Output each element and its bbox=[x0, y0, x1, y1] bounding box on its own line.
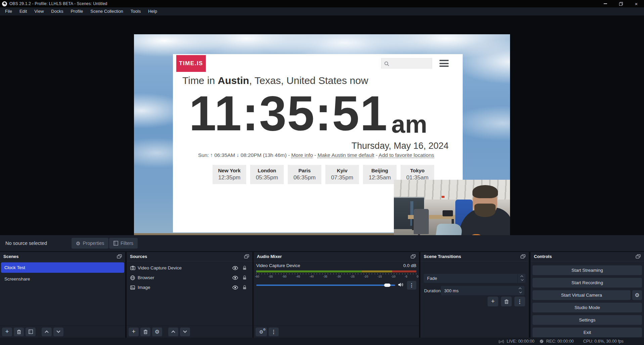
exit-button[interactable]: Exit bbox=[533, 328, 642, 337]
mixer-menu-button[interactable]: ⋮ bbox=[269, 328, 279, 336]
duration-spinbox[interactable]: 300 ms bbox=[441, 286, 524, 295]
transitions-body: Fade Duration 300 ms + ⋮ bbox=[420, 261, 529, 338]
meter-tick-labels: -60-55-50-45-40-35-30-25-20-15-10-50 bbox=[255, 275, 418, 278]
source-item-video-capture[interactable]: Video Capture Device bbox=[127, 263, 252, 273]
spin-up-icon[interactable] bbox=[519, 288, 521, 290]
make-default-link: Make Austin time default bbox=[318, 152, 374, 158]
studio-mode-button[interactable]: Studio Mode bbox=[533, 303, 642, 312]
add-favorite-link: Add to favorite locations bbox=[379, 152, 434, 158]
record-off-icon bbox=[539, 339, 544, 344]
sources-panel-header[interactable]: Sources bbox=[127, 252, 252, 261]
lock-icon[interactable] bbox=[240, 275, 249, 280]
menu-profile[interactable]: Profile bbox=[67, 7, 87, 15]
filters-button[interactable]: Filters bbox=[109, 238, 138, 249]
start-virtual-camera-button[interactable]: Start Virtual Camera bbox=[533, 290, 631, 300]
move-scene-down-button[interactable] bbox=[53, 328, 63, 336]
visibility-eye-icon[interactable] bbox=[230, 266, 240, 270]
menu-scene-collection[interactable]: Scene Collection bbox=[87, 7, 127, 15]
transition-select[interactable]: Fade bbox=[424, 274, 525, 283]
add-transition-button[interactable]: + bbox=[488, 297, 498, 306]
visibility-eye-icon[interactable] bbox=[230, 286, 240, 290]
close-button[interactable]: × bbox=[629, 0, 644, 7]
spin-down-icon[interactable] bbox=[519, 290, 522, 293]
popout-icon[interactable] bbox=[117, 254, 122, 259]
popout-icon[interactable] bbox=[411, 254, 416, 259]
rec-time: REC: 00:00:00 bbox=[546, 339, 574, 344]
transitions-title: Scene Transitions bbox=[424, 254, 461, 259]
add-source-button[interactable]: + bbox=[129, 328, 139, 336]
controls-body: Start Streaming Start Recording Start Vi… bbox=[531, 261, 644, 338]
source-toolbar: No source selected ⚙ Properties Filters bbox=[0, 235, 644, 251]
visibility-eye-icon[interactable] bbox=[230, 276, 240, 280]
add-scene-button[interactable]: + bbox=[2, 328, 12, 336]
timeis-clock: 11:35:51 am bbox=[189, 89, 427, 138]
volume-slider-handle[interactable] bbox=[384, 284, 390, 287]
title-bar[interactable]: OBS 29.1.2 - Profile: LLHLS BETA - Scene… bbox=[0, 0, 644, 7]
controls-header[interactable]: Controls bbox=[531, 252, 644, 261]
controls-title: Controls bbox=[534, 254, 552, 259]
move-scene-up-button[interactable] bbox=[42, 328, 52, 336]
timeis-sun-line: Sun: ↑ 06:35AM ↓ 08:20PM (13h 46m) - Mor… bbox=[180, 152, 453, 158]
virtual-camera-config-button[interactable]: ⚙ bbox=[632, 290, 642, 300]
close-icon: × bbox=[635, 1, 638, 6]
settings-button[interactable]: Settings bbox=[533, 315, 642, 325]
menu-file[interactable]: File bbox=[1, 7, 16, 15]
chevron-up-icon bbox=[520, 275, 523, 278]
source-properties-button[interactable]: ⚙ bbox=[152, 328, 162, 336]
remove-transition-button[interactable] bbox=[501, 297, 512, 306]
remove-scene-button[interactable] bbox=[14, 328, 24, 336]
speaker-mute-button[interactable] bbox=[398, 282, 404, 289]
timeis-logo: TIME.IS bbox=[176, 55, 206, 72]
volume-slider[interactable] bbox=[256, 281, 395, 290]
advanced-audio-button[interactable]: ⚙ bbox=[256, 328, 267, 336]
webcam-office-chair bbox=[414, 209, 429, 234]
timeis-heading: Time in Austin, Texas, United States now bbox=[182, 75, 368, 86]
scene-item-screenshare[interactable]: Screenshare bbox=[1, 274, 124, 284]
restore-button[interactable] bbox=[613, 0, 629, 7]
webcam-person-hair bbox=[472, 185, 498, 199]
source-item-browser[interactable]: Browser bbox=[127, 273, 252, 283]
move-source-down-button[interactable] bbox=[180, 328, 190, 336]
menu-tools[interactable]: Tools bbox=[127, 7, 144, 15]
audio-mixer-title: Audio Mixer bbox=[257, 254, 282, 259]
camera-icon bbox=[130, 266, 138, 270]
scene-filters-button[interactable] bbox=[26, 328, 36, 336]
filter-icon bbox=[29, 330, 33, 334]
transition-menu-button[interactable]: ⋮ bbox=[514, 297, 525, 306]
webcam-bag bbox=[443, 210, 453, 216]
menu-view[interactable]: View bbox=[31, 7, 47, 15]
volume-slider-track[interactable] bbox=[256, 285, 395, 286]
source-item-image[interactable]: Image bbox=[127, 283, 252, 292]
scenes-panel-header[interactable]: Scenes bbox=[0, 252, 125, 261]
chevron-up-icon bbox=[171, 330, 175, 334]
gear-icon: ⚙ bbox=[155, 329, 159, 335]
kebab-menu-icon: ⋮ bbox=[271, 329, 276, 335]
popout-icon[interactable] bbox=[636, 254, 641, 259]
chevron-down-icon bbox=[56, 329, 60, 333]
source-status-text: No source selected bbox=[5, 241, 47, 246]
chevron-down-icon bbox=[183, 329, 187, 333]
menu-edit[interactable]: Edit bbox=[16, 7, 31, 15]
audio-mixer-panel: Audio Mixer Video Capture Device 0.0 dB … bbox=[254, 252, 419, 338]
scenes-toolbar: + bbox=[0, 326, 125, 338]
start-recording-button[interactable]: Start Recording bbox=[533, 278, 642, 288]
scene-item-clock-test[interactable]: Clock Test bbox=[1, 262, 124, 273]
mixer-channel-menu-button[interactable]: ⋮ bbox=[407, 281, 416, 290]
minimize-button[interactable] bbox=[598, 0, 613, 7]
move-source-up-button[interactable] bbox=[168, 328, 178, 336]
menu-help[interactable]: Help bbox=[144, 7, 161, 15]
start-streaming-button[interactable]: Start Streaming bbox=[533, 265, 642, 275]
audio-mixer-header[interactable]: Audio Mixer bbox=[254, 252, 419, 261]
restore-icon bbox=[619, 2, 623, 6]
lock-icon[interactable] bbox=[240, 285, 249, 290]
minimize-icon bbox=[604, 3, 607, 4]
scene-preview[interactable]: TIME.IS Time in Austin, Texas, United St… bbox=[134, 34, 510, 246]
popout-icon[interactable] bbox=[244, 254, 249, 259]
controls-panel: Controls Start Streaming Start Recording… bbox=[531, 252, 644, 338]
popout-icon[interactable] bbox=[520, 254, 525, 259]
menu-docks[interactable]: Docks bbox=[47, 7, 67, 15]
remove-source-button[interactable] bbox=[140, 328, 150, 336]
transitions-header[interactable]: Scene Transitions bbox=[420, 252, 529, 261]
lock-icon[interactable] bbox=[240, 266, 249, 270]
properties-button[interactable]: ⚙ Properties bbox=[72, 238, 108, 249]
